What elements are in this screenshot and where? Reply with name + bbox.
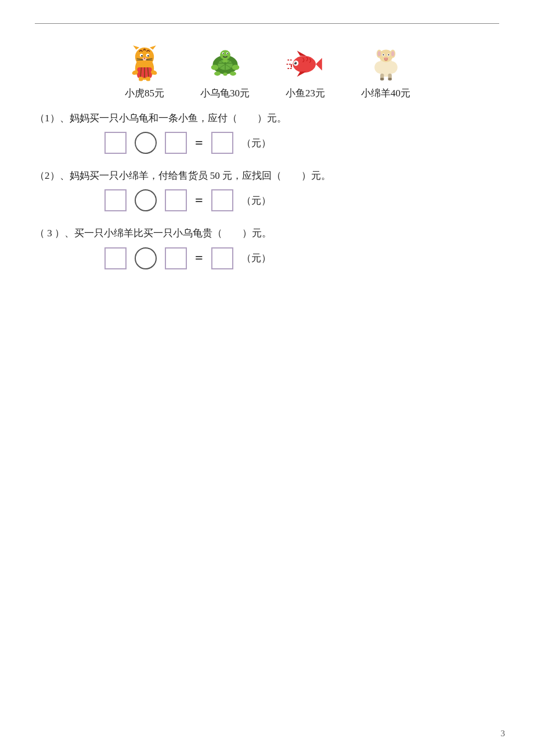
svg-marker-41 (297, 51, 306, 56)
svg-rect-68 (380, 78, 384, 81)
q1-unit: （元） (241, 136, 271, 150)
q2-operator[interactable] (135, 189, 157, 211)
q1-operator[interactable] (135, 132, 157, 154)
svg-point-58 (391, 51, 394, 56)
question-1-equation: = （元） (104, 132, 499, 154)
animal-tiger: 小虎85元 (124, 41, 165, 100)
q2-equals: = (195, 193, 203, 208)
q3-unit: （元） (241, 251, 271, 265)
svg-point-32 (227, 53, 228, 54)
svg-marker-9 (150, 45, 156, 49)
turtle-label: 小乌龟30元 (200, 87, 250, 100)
question-2-text: （2）、妈妈买一只小绵羊，付给售货员 50 元，应找回（ ）元。 (35, 168, 499, 183)
svg-point-65 (386, 58, 387, 59)
question-2-equation: = （元） (104, 189, 499, 211)
animals-row: 小虎85元 (35, 41, 499, 100)
sheep-label: 小绵羊40元 (361, 87, 410, 100)
question-3: （ 3 ）、买一只小绵羊比买一只小乌龟贵（ ）元。 = （元） (35, 225, 499, 269)
svg-point-34 (211, 65, 218, 70)
question-1: （1）、妈妈买一只小乌龟和一条小鱼，应付（ ）元。 = （元） (35, 110, 499, 154)
svg-marker-42 (297, 71, 306, 77)
svg-point-7 (144, 57, 146, 59)
q1-box1[interactable] (104, 132, 127, 154)
svg-rect-20 (139, 77, 143, 81)
svg-rect-21 (146, 77, 150, 81)
svg-point-44 (294, 62, 297, 65)
q3-box2[interactable] (165, 247, 187, 269)
q2-result[interactable] (211, 189, 233, 211)
q1-result[interactable] (211, 132, 233, 154)
svg-point-38 (223, 73, 227, 75)
question-2: （2）、妈妈买一只小绵羊，付给售货员 50 元，应找回（ ）元。 = （元） (35, 168, 499, 211)
svg-point-45 (294, 62, 295, 63)
svg-marker-40 (316, 58, 322, 71)
q2-box1[interactable] (104, 189, 127, 211)
svg-point-53 (377, 60, 394, 74)
q3-operator[interactable] (135, 247, 157, 269)
svg-point-64 (384, 58, 385, 59)
animal-sheep: 小绵羊40元 (361, 41, 410, 100)
q3-box1[interactable] (104, 247, 127, 269)
q3-result[interactable] (211, 247, 233, 269)
top-divider (35, 23, 499, 24)
svg-rect-33 (223, 58, 227, 62)
question-3-text: （ 3 ）、买一只小绵羊比买一只小乌龟贵（ ）元。 (35, 225, 499, 241)
svg-point-4 (141, 55, 143, 57)
turtle-icon (204, 41, 246, 83)
q1-equals: = (195, 135, 203, 151)
svg-point-37 (230, 71, 236, 75)
svg-rect-69 (388, 78, 391, 81)
svg-point-31 (222, 53, 223, 54)
page-number: 3 (501, 729, 506, 739)
svg-point-57 (377, 51, 380, 56)
sheep-icon (365, 41, 407, 83)
animal-turtle: 小乌龟30元 (200, 41, 250, 100)
question-3-equation: = （元） (104, 247, 499, 269)
svg-point-1 (135, 48, 154, 66)
q2-unit: （元） (241, 194, 271, 207)
tiger-label: 小虎85元 (125, 87, 164, 100)
fish-label: 小鱼23元 (286, 87, 325, 100)
question-1-text: （1）、妈妈买一只小乌龟和一条小鱼，应付（ ）元。 (35, 110, 499, 126)
animal-fish: 小鱼23元 (284, 41, 326, 100)
questions-section: （1）、妈妈买一只小乌龟和一条小鱼，应付（ ）元。 = （元） （2）、妈妈买一… (35, 110, 499, 269)
page: 小虎85元 (0, 0, 534, 756)
svg-point-35 (232, 65, 239, 70)
svg-point-61 (383, 54, 384, 55)
q3-equals: = (195, 250, 203, 266)
fish-icon (284, 41, 326, 83)
svg-marker-8 (133, 45, 139, 49)
q2-box2[interactable] (165, 189, 187, 211)
svg-point-5 (147, 55, 149, 57)
tiger-icon (124, 41, 165, 83)
svg-point-62 (388, 54, 389, 55)
svg-point-36 (214, 71, 221, 75)
q1-box2[interactable] (165, 132, 187, 154)
